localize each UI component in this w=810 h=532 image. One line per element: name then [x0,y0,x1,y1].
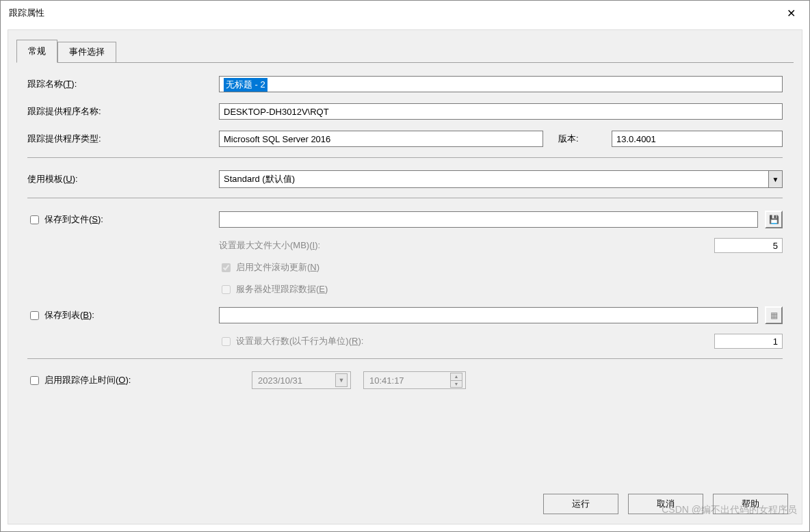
trace-name-input[interactable] [219,76,783,92]
save-to-table-checkbox[interactable] [30,311,39,320]
save-file-path-field [219,211,758,228]
label-version: 版本: [558,133,599,145]
save-file-browse-icon: 💾 [765,211,783,228]
rollover-checkbox [222,263,231,272]
tab-strip: 常规 事件选择 [8,30,802,62]
dialog-body: 常规 事件选择 跟踪名称(T): 无标题 - 2 // overlay sele… [8,29,802,524]
version-field [612,131,783,147]
label-stop-time: 启用跟踪停止时间(O): [44,374,131,386]
save-table-browse-icon: ▦ [765,306,783,324]
titlebar: 跟踪属性 ✕ [1,1,809,25]
cancel-button[interactable]: 取消 [628,494,703,514]
close-icon[interactable]: ✕ [781,7,801,20]
stop-time-checkbox[interactable] [30,376,39,385]
label-server-processes: 服务器处理跟踪数据(E) [236,283,328,295]
max-rows-checkbox [222,337,231,346]
provider-name-field [219,103,783,120]
stop-date-picker: 2023/10/31 ▼ [252,371,351,389]
label-use-template: 使用模板(U): [27,173,219,185]
save-to-file-checkbox[interactable] [30,215,39,224]
label-trace-name: 跟踪名称(T): [27,78,219,90]
tab-events[interactable]: 事件选择 [57,42,116,62]
tab-panel-general: 跟踪名称(T): 无标题 - 2 // overlay selection st… [16,62,794,389]
label-rollover: 启用文件滚动更新(N) [236,261,319,274]
label-max-file-size: 设置最大文件大小(MB)(I): [219,239,714,252]
dialog-window: 跟踪属性 ✕ 常规 事件选择 跟踪名称(T): 无标题 - 2 // overl… [0,0,810,532]
help-button[interactable]: 帮助 [713,494,788,514]
divider-2 [27,198,783,198]
server-processes-checkbox [222,285,231,294]
template-combo[interactable] [219,170,783,188]
divider-3 [27,358,783,359]
provider-type-field [219,131,543,147]
label-max-rows: 设置最大行数(以千行为单位)(R): [236,335,363,347]
save-table-field [219,307,758,323]
stop-time-value: 10:41:17 [369,375,404,386]
window-title: 跟踪属性 [9,7,44,19]
stop-time-picker: 10:41:17 ▲▼ [363,371,466,389]
time-spinner-icon: ▲▼ [450,373,462,388]
label-provider-name: 跟踪提供程序名称: [27,105,219,118]
max-rows-field [714,334,783,349]
label-provider-type: 跟踪提供程序类型: [27,133,219,145]
button-row: 运行 取消 帮助 [543,494,788,514]
chevron-down-icon: ▼ [335,373,348,387]
run-button[interactable]: 运行 [543,494,618,514]
tab-general[interactable]: 常规 [16,40,57,63]
max-file-size-field [714,238,783,253]
divider-1 [27,157,783,158]
label-save-to-file: 保存到文件(S): [44,213,103,226]
stop-date-value: 2023/10/31 [258,375,302,386]
label-save-to-table: 保存到表(B): [44,309,94,321]
